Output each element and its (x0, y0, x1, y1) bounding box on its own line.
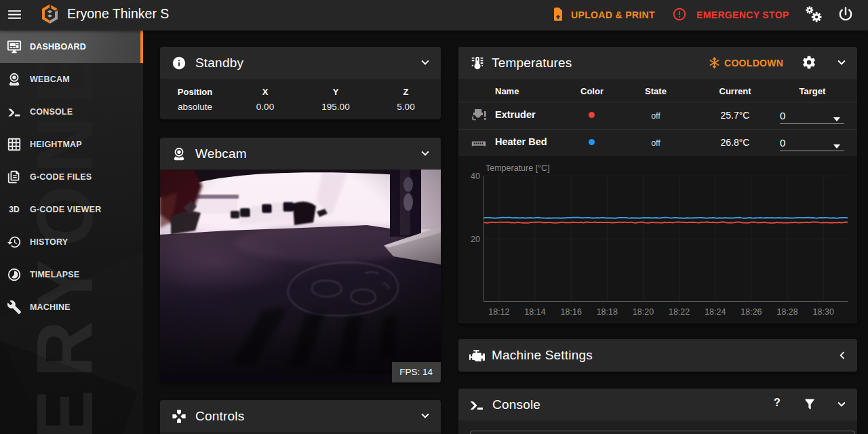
svg-text:18:30: 18:30 (813, 307, 834, 317)
svg-text:18:26: 18:26 (741, 307, 762, 317)
svg-text:18:22: 18:22 (669, 307, 690, 317)
svg-text:20: 20 (471, 235, 480, 244)
svg-text:Temperature [°C]: Temperature [°C] (486, 163, 550, 173)
svg-text:18:28: 18:28 (776, 307, 797, 317)
svg-text:18:24: 18:24 (705, 307, 726, 317)
svg-text:18:18: 18:18 (597, 307, 618, 317)
svg-text:18:16: 18:16 (561, 307, 582, 317)
svg-text:18:12: 18:12 (488, 307, 509, 317)
svg-text:18:20: 18:20 (633, 307, 654, 317)
svg-text:40: 40 (471, 172, 480, 181)
svg-text:18:14: 18:14 (524, 307, 545, 317)
